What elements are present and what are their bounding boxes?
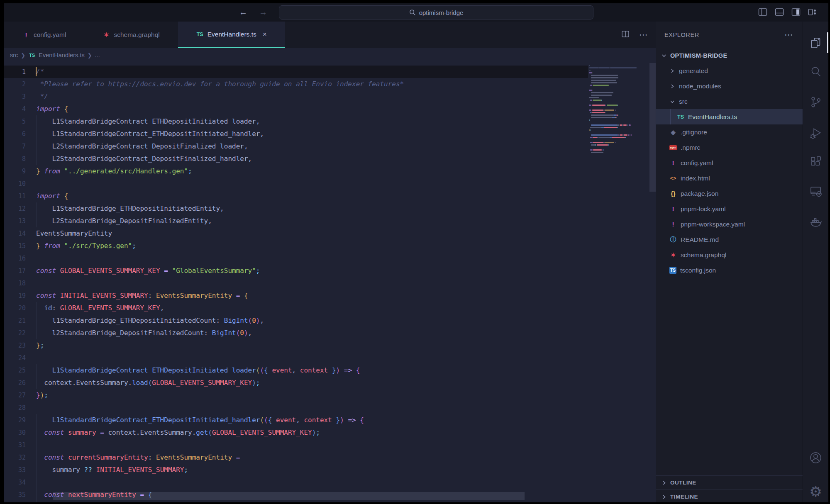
code-line[interactable]: 2 *Please refer to https://docs.envio.de… — [4, 78, 656, 90]
code-line[interactable]: 10 — [4, 178, 656, 190]
remote-icon[interactable] — [803, 182, 828, 200]
tree-folder-src[interactable]: src — [656, 94, 803, 109]
tab-schema.graphql[interactable]: ✶schema.graphql — [84, 22, 178, 48]
toggle-sidebar-right-icon[interactable] — [791, 7, 801, 17]
settings-icon[interactable]: ⚙ — [803, 482, 828, 501]
source-control-icon[interactable] — [803, 93, 828, 111]
code-line[interactable]: 4import { — [4, 103, 656, 115]
code-line[interactable]: 11import { — [4, 190, 656, 202]
code-line[interactable]: 18 — [4, 277, 656, 290]
code-line[interactable]: 14EventsSummaryEntity — [4, 227, 656, 240]
more-actions-icon[interactable]: ⋯ — [639, 30, 648, 40]
code-line[interactable]: 3 */ — [4, 90, 656, 103]
npm-file-icon: npm — [669, 145, 677, 150]
tree-folder-node_modules[interactable]: node_modules — [656, 78, 803, 94]
code-text: L2StandardBridgeContract_DepositFinalize… — [36, 153, 252, 165]
code-line[interactable]: 34 — [4, 476, 656, 489]
vertical-scrollbar[interactable] — [649, 63, 656, 192]
line-number: 15 — [4, 240, 26, 252]
tab-EventHandlers.ts[interactable]: TSEventHandlers.ts× — [178, 22, 285, 48]
line-number: 1 — [4, 66, 26, 78]
tree-file-pnpm-workspace.yaml[interactable]: !pnpm-workspace.yaml — [656, 217, 803, 232]
tree-file-tsconfig.json[interactable]: TStsconfig.json — [656, 263, 803, 278]
code-line[interactable]: 25 L1StandardBridgeContract_ETHDepositIn… — [4, 364, 656, 377]
tree-file-package.json[interactable]: {}package.json — [656, 186, 803, 201]
code-line[interactable]: 8 L2StandardBridgeContract_DepositFinali… — [4, 153, 656, 165]
breadcrumb[interactable]: src❯TSEventHandlers.ts❯... — [4, 48, 656, 62]
customize-layout-icon[interactable] — [808, 7, 818, 17]
tree-file-pnpm-lock.yaml[interactable]: !pnpm-lock.yaml — [656, 201, 803, 217]
navigate-forward-icon[interactable]: → — [258, 7, 269, 17]
code-line[interactable]: 22 l2StandardBridge_DepositFinalizedCoun… — [4, 327, 656, 339]
code-line[interactable]: 31 — [4, 439, 656, 451]
tree-item-label: EventHandlers.ts — [688, 113, 737, 121]
code-line[interactable]: 26 context.EventsSummary.load(GLOBAL_EVE… — [4, 377, 656, 389]
code-line[interactable]: 19const INITIAL_EVENTS_SUMMARY: EventsSu… — [4, 290, 656, 302]
code-editor[interactable]: 1/*2 *Please refer to https://docs.envio… — [4, 62, 656, 502]
line-number: 2 — [4, 78, 26, 90]
command-center-search[interactable]: optimism-bridge — [279, 5, 593, 19]
code-line[interactable]: 16 — [4, 252, 656, 265]
tree-file-.npmrc[interactable]: npm.npmrc — [656, 140, 803, 155]
code-line[interactable]: 6 L1StandardBridgeContract_ETHDepositIni… — [4, 128, 656, 140]
code-line[interactable]: 27}); — [4, 389, 656, 402]
code-line[interactable]: 30 const summary = context.EventsSummary… — [4, 426, 656, 439]
code-line[interactable]: 33 summary ?? INITIAL_EVENTS_SUMMARY; — [4, 464, 656, 476]
tree-file-index.html[interactable]: <>index.html — [656, 170, 803, 186]
section-timeline[interactable]: TIMELINE — [656, 489, 803, 502]
code-line[interactable]: 20 id: GLOBAL_EVENTS_SUMMARY_KEY, — [4, 302, 656, 314]
code-text: */ — [36, 90, 48, 103]
title-bar: ← → optimism-bridge — [4, 3, 828, 22]
code-line[interactable]: 12 L1StandardBridge_ETHDepositInitiatedE… — [4, 202, 656, 215]
tree-item-label: config.yaml — [681, 159, 713, 167]
workspace-root-item[interactable]: OPTIMISM-BRIDGE — [656, 48, 803, 63]
search-icon[interactable] — [803, 62, 828, 80]
code-line[interactable]: 24 — [4, 352, 656, 364]
tree-file-config.yaml[interactable]: !config.yaml — [656, 155, 803, 170]
code-line[interactable]: 36 ...currentSummaryEntity, — [4, 501, 656, 502]
tab-config.yaml[interactable]: !config.yaml — [4, 22, 84, 48]
yaml-file-icon: ! — [669, 221, 677, 228]
code-line[interactable]: 15} from "./src/Types.gen"; — [4, 240, 656, 252]
breadcrumb-item[interactable]: ... — [95, 52, 100, 58]
close-tab-icon[interactable]: × — [263, 30, 267, 39]
toggle-sidebar-left-icon[interactable] — [758, 7, 768, 17]
tree-item-label: pnpm-lock.yaml — [681, 205, 726, 213]
line-number: 35 — [4, 489, 26, 501]
extensions-icon[interactable] — [803, 153, 828, 171]
explorer-icon[interactable] — [803, 34, 828, 52]
minimap[interactable] — [587, 64, 648, 153]
code-line[interactable]: 21 l1StandardBridge_ETHDepositInitiatedC… — [4, 314, 656, 327]
tree-file-EventHandlers.ts[interactable]: TSEventHandlers.ts — [656, 109, 803, 124]
tree-item-label: index.html — [681, 175, 710, 182]
code-line[interactable]: 32 const currentSummaryEntity: EventsSum… — [4, 451, 656, 464]
code-line[interactable]: 9} from "../generated/src/Handlers.gen"; — [4, 165, 656, 178]
run-debug-icon[interactable] — [803, 124, 828, 142]
tabs: !config.yaml✶schema.graphqlTSEventHandle… — [4, 22, 285, 48]
code-line[interactable]: 7 L2StandardBridgeContract_DepositFinali… — [4, 140, 656, 153]
code-line[interactable]: 13 L2StandardBridge_DepositFinalizedEnti… — [4, 215, 656, 227]
navigate-back-icon[interactable]: ← — [238, 7, 249, 17]
split-editor-icon[interactable] — [621, 29, 630, 40]
code-text: const GLOBAL_EVENTS_SUMMARY_KEY = "Globa… — [36, 265, 260, 277]
code-line[interactable]: 17const GLOBAL_EVENTS_SUMMARY_KEY = "Glo… — [4, 265, 656, 277]
code-line[interactable]: 29 L1StandardBridgeContract_ETHDepositIn… — [4, 414, 656, 426]
code-line[interactable]: 1/* — [4, 66, 656, 78]
code-line[interactable]: 23}; — [4, 339, 656, 352]
code-text: l2StandardBridge_DepositFinalizedCount: … — [36, 327, 252, 339]
breadcrumb-item[interactable]: src — [10, 52, 18, 58]
code-text: L1StandardBridgeContract_ETHDepositIniti… — [36, 414, 364, 426]
tree-file-README.md[interactable]: ⓘREADME.md — [656, 232, 803, 247]
tree-file-schema.graphql[interactable]: ✶schema.graphql — [656, 247, 803, 263]
toggle-panel-icon[interactable] — [774, 7, 784, 17]
section-outline[interactable]: OUTLINE — [656, 475, 803, 489]
code-line[interactable]: 28 — [4, 402, 656, 414]
line-number: 26 — [4, 377, 26, 389]
tree-folder-generated[interactable]: generated — [656, 63, 803, 78]
explorer-more-icon[interactable]: ⋯ — [784, 30, 793, 40]
code-line[interactable]: 5 L1StandardBridgeContract_ETHDepositIni… — [4, 115, 656, 128]
breadcrumb-item[interactable]: EventHandlers.ts — [39, 52, 84, 58]
docker-icon[interactable] — [803, 212, 828, 230]
account-icon[interactable] — [803, 448, 828, 467]
tree-file-.gitignore[interactable]: ◈.gitignore — [656, 124, 803, 140]
